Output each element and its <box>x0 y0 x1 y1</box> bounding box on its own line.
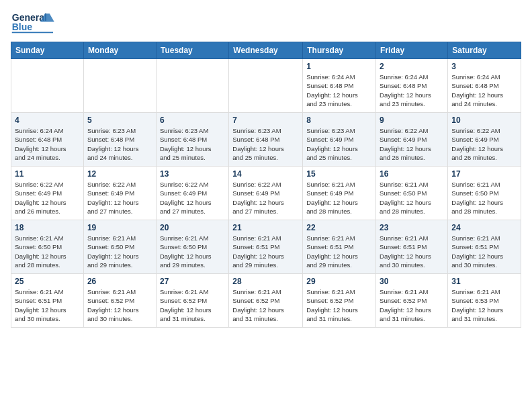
weekday-header-thursday: Thursday <box>303 42 376 59</box>
day-info: Sunrise: 6:21 AMSunset: 6:50 PMDaylight:… <box>15 234 80 269</box>
day-info: Sunrise: 6:21 AMSunset: 6:53 PMDaylight:… <box>451 287 517 323</box>
day-info: Sunrise: 6:21 AMSunset: 6:52 PMDaylight:… <box>232 287 299 323</box>
week-row-4: 18Sunrise: 6:21 AMSunset: 6:50 PMDayligh… <box>11 220 521 274</box>
weekday-header-monday: Monday <box>83 42 156 59</box>
day-number: 19 <box>87 223 152 232</box>
day-cell-15: 15Sunrise: 6:21 AMSunset: 6:49 PMDayligh… <box>303 167 376 220</box>
day-cell-28: 28Sunrise: 6:21 AMSunset: 6:52 PMDayligh… <box>229 274 303 328</box>
day-number: 20 <box>160 223 225 232</box>
day-cell-14: 14Sunrise: 6:22 AMSunset: 6:49 PMDayligh… <box>229 167 303 220</box>
day-cell-27: 27Sunrise: 6:21 AMSunset: 6:52 PMDayligh… <box>156 274 228 328</box>
calendar-body: 1Sunrise: 6:24 AMSunset: 6:48 PMDaylight… <box>11 59 521 328</box>
day-info: Sunrise: 6:21 AMSunset: 6:52 PMDaylight:… <box>306 287 372 323</box>
day-number: 6 <box>160 116 225 125</box>
week-row-1: 1Sunrise: 6:24 AMSunset: 6:48 PMDaylight… <box>11 59 521 113</box>
day-number: 26 <box>87 277 152 286</box>
day-info: Sunrise: 6:21 AMSunset: 6:51 PMDaylight:… <box>232 234 299 269</box>
day-number: 13 <box>160 169 225 179</box>
day-cell-20: 20Sunrise: 6:21 AMSunset: 6:50 PMDayligh… <box>156 220 228 274</box>
day-cell-10: 10Sunrise: 6:22 AMSunset: 6:49 PMDayligh… <box>448 113 521 167</box>
weekday-header-friday: Friday <box>376 42 448 59</box>
day-cell-12: 12Sunrise: 6:22 AMSunset: 6:49 PMDayligh… <box>83 167 156 220</box>
day-number: 27 <box>160 277 225 286</box>
day-info: Sunrise: 6:21 AMSunset: 6:51 PMDaylight:… <box>306 234 372 269</box>
day-cell-25: 25Sunrise: 6:21 AMSunset: 6:51 PMDayligh… <box>11 274 84 328</box>
svg-text:Blue: Blue <box>12 21 33 32</box>
day-number: 16 <box>380 169 444 179</box>
day-info: Sunrise: 6:21 AMSunset: 6:50 PMDaylight:… <box>451 180 517 216</box>
day-number: 1 <box>306 62 372 71</box>
page: General Blue SundayMondayTuesdayWednesda… <box>0 0 532 334</box>
day-number: 10 <box>451 116 517 125</box>
day-number: 24 <box>451 223 517 232</box>
day-cell-22: 22Sunrise: 6:21 AMSunset: 6:51 PMDayligh… <box>303 220 376 274</box>
day-number: 7 <box>232 116 299 125</box>
day-cell-16: 16Sunrise: 6:21 AMSunset: 6:50 PMDayligh… <box>376 167 448 220</box>
day-info: Sunrise: 6:21 AMSunset: 6:52 PMDaylight:… <box>380 287 444 323</box>
day-cell-29: 29Sunrise: 6:21 AMSunset: 6:52 PMDayligh… <box>303 274 376 328</box>
day-cell-9: 9Sunrise: 6:22 AMSunset: 6:49 PMDaylight… <box>376 113 448 167</box>
day-number: 28 <box>232 277 299 286</box>
day-number: 14 <box>232 169 299 179</box>
day-number: 9 <box>380 116 444 125</box>
day-cell-17: 17Sunrise: 6:21 AMSunset: 6:50 PMDayligh… <box>448 167 521 220</box>
weekday-header-sunday: Sunday <box>11 42 84 59</box>
header: General Blue <box>11 8 521 36</box>
day-info: Sunrise: 6:23 AMSunset: 6:49 PMDaylight:… <box>306 126 372 162</box>
day-info: Sunrise: 6:24 AMSunset: 6:48 PMDaylight:… <box>306 73 372 108</box>
day-cell-5: 5Sunrise: 6:23 AMSunset: 6:48 PMDaylight… <box>83 113 156 167</box>
day-cell-31: 31Sunrise: 6:21 AMSunset: 6:53 PMDayligh… <box>448 274 521 328</box>
calendar-header-row: SundayMondayTuesdayWednesdayThursdayFrid… <box>11 42 521 59</box>
day-info: Sunrise: 6:21 AMSunset: 6:50 PMDaylight:… <box>160 234 225 269</box>
day-info: Sunrise: 6:24 AMSunset: 6:48 PMDaylight:… <box>380 73 444 108</box>
logo-svg: General Blue <box>11 8 58 36</box>
day-info: Sunrise: 6:22 AMSunset: 6:49 PMDaylight:… <box>87 180 152 216</box>
empty-cell <box>229 59 303 113</box>
day-info: Sunrise: 6:23 AMSunset: 6:48 PMDaylight:… <box>232 126 299 162</box>
day-number: 15 <box>306 169 372 179</box>
day-info: Sunrise: 6:22 AMSunset: 6:49 PMDaylight:… <box>380 126 444 162</box>
day-number: 29 <box>306 277 372 286</box>
day-info: Sunrise: 6:22 AMSunset: 6:49 PMDaylight:… <box>160 180 225 216</box>
calendar-table: SundayMondayTuesdayWednesdayThursdayFrid… <box>11 42 521 328</box>
day-number: 31 <box>451 277 517 286</box>
day-info: Sunrise: 6:21 AMSunset: 6:51 PMDaylight:… <box>451 234 517 269</box>
day-number: 30 <box>380 277 444 286</box>
day-info: Sunrise: 6:21 AMSunset: 6:51 PMDaylight:… <box>15 287 80 323</box>
day-number: 22 <box>306 223 372 232</box>
day-cell-13: 13Sunrise: 6:22 AMSunset: 6:49 PMDayligh… <box>156 167 228 220</box>
empty-cell <box>83 59 156 113</box>
day-cell-4: 4Sunrise: 6:24 AMSunset: 6:48 PMDaylight… <box>11 113 84 167</box>
day-cell-1: 1Sunrise: 6:24 AMSunset: 6:48 PMDaylight… <box>303 59 376 113</box>
empty-cell <box>156 59 228 113</box>
logo: General Blue <box>11 8 58 36</box>
day-cell-24: 24Sunrise: 6:21 AMSunset: 6:51 PMDayligh… <box>448 220 521 274</box>
day-cell-6: 6Sunrise: 6:23 AMSunset: 6:48 PMDaylight… <box>156 113 228 167</box>
day-number: 18 <box>15 223 80 232</box>
week-row-5: 25Sunrise: 6:21 AMSunset: 6:51 PMDayligh… <box>11 274 521 328</box>
day-number: 11 <box>15 169 80 179</box>
day-info: Sunrise: 6:21 AMSunset: 6:49 PMDaylight:… <box>306 180 372 216</box>
day-number: 3 <box>451 62 517 71</box>
day-cell-11: 11Sunrise: 6:22 AMSunset: 6:49 PMDayligh… <box>11 167 84 220</box>
day-number: 17 <box>451 169 517 179</box>
day-number: 23 <box>380 223 444 232</box>
day-cell-3: 3Sunrise: 6:24 AMSunset: 6:48 PMDaylight… <box>448 59 521 113</box>
day-cell-7: 7Sunrise: 6:23 AMSunset: 6:48 PMDaylight… <box>229 113 303 167</box>
day-info: Sunrise: 6:24 AMSunset: 6:48 PMDaylight:… <box>15 126 80 162</box>
day-info: Sunrise: 6:21 AMSunset: 6:51 PMDaylight:… <box>380 234 444 269</box>
day-info: Sunrise: 6:22 AMSunset: 6:49 PMDaylight:… <box>451 126 517 162</box>
day-cell-26: 26Sunrise: 6:21 AMSunset: 6:52 PMDayligh… <box>83 274 156 328</box>
weekday-header-saturday: Saturday <box>448 42 521 59</box>
day-number: 4 <box>15 116 80 125</box>
day-info: Sunrise: 6:21 AMSunset: 6:52 PMDaylight:… <box>160 287 225 323</box>
day-info: Sunrise: 6:21 AMSunset: 6:50 PMDaylight:… <box>87 234 152 269</box>
day-number: 2 <box>380 62 444 71</box>
day-number: 8 <box>306 116 372 125</box>
weekday-header-wednesday: Wednesday <box>229 42 303 59</box>
day-cell-21: 21Sunrise: 6:21 AMSunset: 6:51 PMDayligh… <box>229 220 303 274</box>
day-cell-30: 30Sunrise: 6:21 AMSunset: 6:52 PMDayligh… <box>376 274 448 328</box>
day-info: Sunrise: 6:21 AMSunset: 6:50 PMDaylight:… <box>380 180 444 216</box>
day-info: Sunrise: 6:22 AMSunset: 6:49 PMDaylight:… <box>232 180 299 216</box>
day-cell-2: 2Sunrise: 6:24 AMSunset: 6:48 PMDaylight… <box>376 59 448 113</box>
